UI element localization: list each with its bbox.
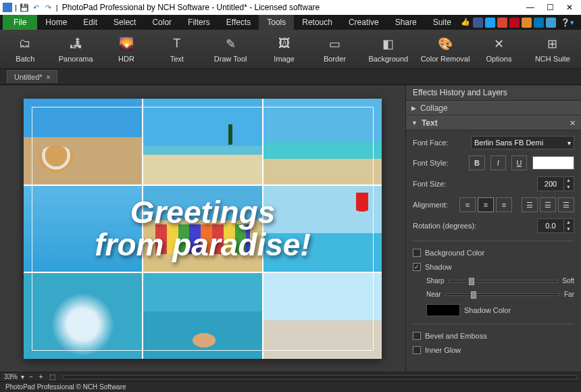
menu-creative[interactable]: Creative bbox=[340, 15, 387, 30]
social-icon[interactable] bbox=[509, 18, 520, 28]
menu-share[interactable]: Share bbox=[387, 15, 425, 30]
ribbon-batch[interactable]: 🗂Batch bbox=[0, 36, 51, 63]
zoom-in-button[interactable]: + bbox=[38, 373, 45, 381]
collage-tile bbox=[143, 186, 261, 272]
ribbon-background[interactable]: ◧Background bbox=[360, 36, 417, 63]
image-icon: 🖼 bbox=[276, 36, 293, 52]
social-icon[interactable] bbox=[546, 18, 556, 28]
panorama-icon: 🏞 bbox=[68, 36, 84, 52]
underline-button[interactable]: U bbox=[511, 155, 527, 170]
background-color-checkbox[interactable]: Background Color bbox=[413, 249, 574, 257]
rotation-input[interactable]: ▲▼ bbox=[537, 218, 574, 233]
menu-suite[interactable]: Suite bbox=[425, 15, 459, 30]
menu-select[interactable]: Select bbox=[105, 15, 144, 30]
zoom-fit-button[interactable]: ⬚ bbox=[48, 373, 57, 381]
font-face-select[interactable]: Berlin Sans FB Demi bbox=[471, 136, 574, 149]
document-tab[interactable]: Untitled* × bbox=[7, 70, 57, 83]
bevel-checkbox[interactable]: Bevel and Emboss bbox=[413, 332, 574, 340]
color-removal-icon: 🎨 bbox=[437, 36, 453, 52]
social-icon[interactable] bbox=[534, 18, 544, 28]
font-color-swatch[interactable] bbox=[532, 156, 574, 170]
font-style-label: Font Style: bbox=[413, 159, 463, 167]
spin-up-icon[interactable]: ▲ bbox=[563, 177, 573, 184]
align-middle-button[interactable]: ☰ bbox=[540, 197, 556, 212]
background-icon: ◧ bbox=[380, 36, 397, 52]
maximize-button[interactable]: ☐ bbox=[547, 3, 554, 12]
redo-icon[interactable]: ↷ bbox=[44, 3, 53, 12]
align-right-button[interactable]: ≡ bbox=[496, 197, 512, 212]
social-icon[interactable] bbox=[485, 18, 495, 28]
ribbon-image[interactable]: 🖼Image bbox=[259, 36, 309, 63]
side-panel: Effects History and Layers ▶ Collage ▼ T… bbox=[405, 85, 581, 372]
menu-edit[interactable]: Edit bbox=[75, 15, 105, 30]
menu-home[interactable]: Home bbox=[37, 15, 75, 30]
ribbon-options[interactable]: ✕Options bbox=[474, 36, 524, 63]
menu-tools[interactable]: Tools bbox=[259, 15, 294, 30]
spin-down-icon[interactable]: ▼ bbox=[563, 184, 573, 191]
window-controls: — ☐ ✕ bbox=[526, 3, 578, 12]
social-icon[interactable] bbox=[473, 18, 483, 28]
menu-bar: FileHomeEditSelectColorFiltersEffectsToo… bbox=[0, 15, 581, 30]
options-icon: ✕ bbox=[490, 36, 507, 52]
spin-up-icon[interactable]: ▲ bbox=[563, 219, 573, 226]
menu-effects[interactable]: Effects bbox=[218, 15, 259, 30]
zoom-dropdown-icon[interactable]: ▾ bbox=[21, 373, 24, 381]
font-face-label: Font Face: bbox=[413, 139, 465, 147]
social-icons: 👍 ❔▾ bbox=[461, 15, 578, 30]
status-text: PhotoPad Professional © NCH Software bbox=[5, 383, 126, 391]
align-top-button[interactable]: ☰ bbox=[522, 197, 538, 212]
qat-sep: | bbox=[56, 3, 58, 11]
help-icon[interactable]: ❔▾ bbox=[561, 18, 574, 27]
social-icon[interactable] bbox=[522, 18, 532, 28]
undo-icon[interactable]: ↶ bbox=[32, 3, 41, 12]
zoom-out-button[interactable]: − bbox=[28, 373, 34, 381]
shadow-distance-slider[interactable] bbox=[445, 293, 560, 296]
social-icon[interactable] bbox=[497, 18, 507, 28]
shadow-color-swatch[interactable] bbox=[426, 304, 460, 316]
hdr-icon: 🌄 bbox=[118, 36, 134, 52]
ribbon-nch-suite[interactable]: ⊞NCH Suite bbox=[524, 36, 581, 63]
shadow-checkbox[interactable]: ✓Shadow bbox=[413, 263, 574, 271]
menu-color[interactable]: Color bbox=[144, 15, 180, 30]
minimize-button[interactable]: — bbox=[526, 3, 534, 12]
qat-sep: | bbox=[15, 3, 17, 11]
menu-file[interactable]: File bbox=[3, 15, 37, 30]
tab-close-icon[interactable]: × bbox=[47, 74, 51, 81]
ribbon-draw-tool[interactable]: ✎Draw Tool bbox=[202, 36, 259, 63]
draw-tool-icon: ✎ bbox=[222, 36, 238, 52]
italic-button[interactable]: I bbox=[490, 155, 506, 170]
rotation-label: Rotation (degrees): bbox=[413, 222, 487, 230]
text-section-body: Font Face: Berlin Sans FB Demi Font Styl… bbox=[406, 130, 581, 360]
ribbon-border[interactable]: ▭Border bbox=[309, 36, 360, 63]
align-center-button[interactable]: ≡ bbox=[478, 197, 494, 212]
section-close-icon[interactable]: ✕ bbox=[570, 119, 576, 128]
spin-down-icon[interactable]: ▼ bbox=[563, 226, 573, 232]
inner-glow-checkbox[interactable]: Inner Glow bbox=[413, 346, 574, 354]
canvas-area[interactable]: Greetings from paradise! bbox=[0, 85, 405, 372]
shadow-sharpness-slider[interactable] bbox=[449, 280, 559, 283]
ribbon-text[interactable]: TText bbox=[151, 36, 202, 63]
collage-tile bbox=[24, 186, 142, 272]
menu-filters[interactable]: Filters bbox=[180, 15, 218, 30]
chevron-down-icon: ▼ bbox=[411, 120, 418, 126]
thumb-up-icon[interactable]: 👍 bbox=[461, 18, 471, 28]
ribbon-hdr[interactable]: 🌄HDR bbox=[101, 36, 152, 63]
menu-retouch[interactable]: Retouch bbox=[294, 15, 340, 30]
ribbon-color-removal[interactable]: 🎨Color Removal bbox=[417, 36, 474, 63]
align-left-button[interactable]: ≡ bbox=[459, 197, 476, 212]
close-button[interactable]: ✕ bbox=[566, 3, 573, 12]
app-icon bbox=[3, 3, 12, 12]
title-bar: | 💾 ↶ ↷ | PhotoPad Professional by NCH S… bbox=[0, 0, 581, 15]
text-section-header[interactable]: ▼ Text ✕ bbox=[406, 116, 581, 130]
canvas[interactable]: Greetings from paradise! bbox=[24, 99, 382, 359]
collage-tile bbox=[143, 99, 261, 185]
collage-section-header[interactable]: ▶ Collage bbox=[406, 101, 581, 116]
horizontal-scrollbar[interactable] bbox=[63, 375, 577, 379]
ribbon-panorama[interactable]: 🏞Panorama bbox=[51, 36, 101, 63]
align-bottom-button[interactable]: ☰ bbox=[558, 197, 574, 212]
font-size-input[interactable]: ▲▼ bbox=[537, 176, 574, 191]
font-size-label: Font Size: bbox=[413, 180, 465, 188]
save-icon[interactable]: 💾 bbox=[20, 3, 29, 12]
bold-button[interactable]: B bbox=[469, 155, 484, 170]
zoom-bar: 33% ▾ − + ⬚ bbox=[0, 372, 581, 381]
